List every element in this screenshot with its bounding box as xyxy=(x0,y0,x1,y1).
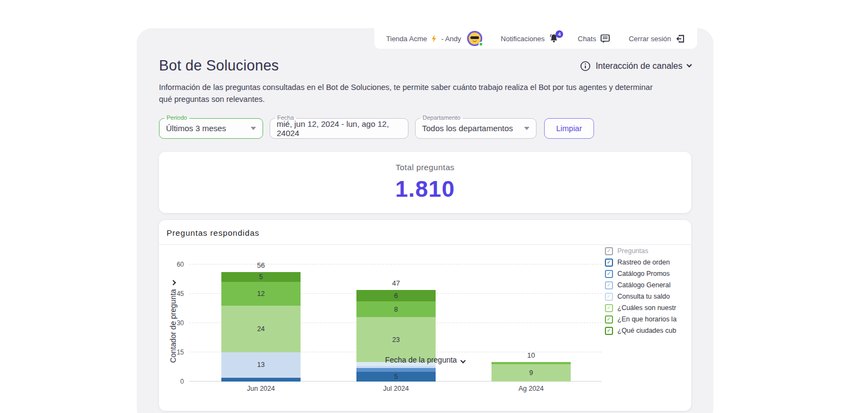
date-label: Fecha xyxy=(275,114,296,121)
chats-button[interactable]: Chats xyxy=(578,34,610,44)
total-questions-card: Total preguntas 1.810 xyxy=(159,152,691,213)
questions-chart-card: Preguntas respondidas Contador de pregun… xyxy=(159,220,691,411)
chevron-icon xyxy=(171,280,176,286)
y-tick-label: 60 xyxy=(161,261,184,268)
page-description: Información de las preguntas consultadas… xyxy=(159,81,691,106)
online-status-dot xyxy=(478,42,483,47)
y-tick-label: 0 xyxy=(161,378,184,385)
department-value: Todos los departamentos xyxy=(422,124,513,133)
date-range-input[interactable]: Fecha mié, jun 12, 2024 - lun, ago 12, 2… xyxy=(270,118,409,139)
bar-segment[interactable]: 9 xyxy=(492,364,571,382)
bar-segment[interactable] xyxy=(221,378,301,382)
x-axis-label[interactable]: Fecha de la pregunta xyxy=(159,356,691,364)
bar-segment[interactable] xyxy=(356,366,436,368)
logout-label: Cerrar sesión xyxy=(629,35,671,43)
divider xyxy=(159,244,691,245)
x-tick-label: Ag 2024 xyxy=(492,385,571,392)
x-tick-label: Jul 2024 xyxy=(356,385,436,392)
page-title: Bot de Soluciones xyxy=(159,57,279,74)
chevron-down-icon xyxy=(461,358,466,363)
y-tick-label: 30 xyxy=(161,319,184,327)
legend-checkbox[interactable]: ✓ xyxy=(605,304,613,312)
notifications-badge: 4 xyxy=(556,30,563,38)
legend-item--cu-les-son-nuestr[interactable]: ✓¿Cuáles son nuestr xyxy=(605,304,676,312)
legend-item--en-que-horarios-la[interactable]: ✓¿En que horarios la xyxy=(605,315,676,324)
bar-segment[interactable]: 6 xyxy=(356,290,436,302)
info-icon xyxy=(580,61,591,72)
lightning-icon xyxy=(431,35,437,43)
legend-checkbox[interactable]: ✓ xyxy=(605,293,613,301)
bar-segment[interactable]: 24 xyxy=(221,306,301,352)
logout-icon xyxy=(675,34,685,44)
legend-label: Rastreo de orden xyxy=(617,259,670,266)
avatar[interactable] xyxy=(467,31,482,46)
account-menu[interactable]: Tienda Acme - Andy xyxy=(386,31,482,46)
notifications-label: Notificaciones xyxy=(501,35,545,43)
chart-title: Preguntas respondidas xyxy=(159,220,691,237)
legend-label: Consulta tu saldo xyxy=(617,293,670,300)
account-user: - Andy xyxy=(441,35,461,43)
legend-item-cat-logo-promos[interactable]: ✓Catálogo Promos xyxy=(605,270,676,278)
legend-item-preguntas[interactable]: ✓Preguntas xyxy=(605,247,676,255)
department-label: Departamento xyxy=(420,114,463,121)
topbar: Tienda Acme - Andy Notificaciones xyxy=(374,28,697,49)
date-value: mié, jun 12, 2024 - lun, ago 12, 24024 xyxy=(277,119,401,138)
legend-checkbox[interactable]: ✓ xyxy=(605,270,613,278)
notifications-button[interactable]: Notificaciones 4 xyxy=(501,33,559,44)
clear-filters-button[interactable]: Limpiar xyxy=(544,118,594,139)
total-questions-label: Total preguntas xyxy=(395,163,455,172)
legend-item-consulta-tu-saldo[interactable]: ✓Consulta tu saldo xyxy=(605,293,676,301)
legend-checkbox[interactable]: ✓ xyxy=(605,247,613,255)
legend-label: ¿En que horarios la xyxy=(617,315,676,323)
period-label: Periodo xyxy=(164,114,189,121)
department-select[interactable]: Departamento Todos los departamentos xyxy=(415,118,537,139)
sunglasses-icon xyxy=(470,36,479,39)
bar-total-label: 56 xyxy=(221,261,301,269)
legend-label: Catálogo Promos xyxy=(617,270,670,278)
chart-legend: ✓Preguntas✓Rastreo de orden✓Catálogo Pro… xyxy=(605,247,676,335)
chats-label: Chats xyxy=(578,35,596,43)
dropdown-caret-icon xyxy=(251,127,256,130)
bar-segment[interactable] xyxy=(356,368,436,372)
period-value: Últimos 3 meses xyxy=(166,124,226,133)
legend-checkbox[interactable]: ✓ xyxy=(605,315,613,324)
legend-label: ¿Qué ciudades cub xyxy=(617,327,676,334)
account-name: Tienda Acme xyxy=(386,35,427,43)
y-tick-label: 15 xyxy=(161,349,184,356)
channel-selector-label: Interacción de canales xyxy=(596,61,682,71)
filters-bar: Periodo Últimos 3 meses Fecha mié, jun 1… xyxy=(159,118,691,139)
bar-segment[interactable]: 5 xyxy=(356,372,436,382)
bar-segment[interactable]: 5 xyxy=(221,272,301,282)
dropdown-caret-icon xyxy=(524,127,529,130)
bar-segment[interactable]: 8 xyxy=(356,301,436,317)
y-tick-label: 45 xyxy=(161,290,184,298)
legend-checkbox[interactable]: ✓ xyxy=(605,327,613,335)
legend-item-cat-logo-general[interactable]: ✓Catálogo General xyxy=(605,281,676,289)
chevron-down-icon xyxy=(687,62,692,68)
legend-checkbox[interactable]: ✓ xyxy=(605,281,613,289)
x-tick-label: Jun 2024 xyxy=(221,385,301,392)
legend-item--qu-ciudades-cub[interactable]: ✓¿Qué ciudades cub xyxy=(605,327,676,335)
chat-icon xyxy=(600,34,610,44)
legend-label: Preguntas xyxy=(617,247,648,255)
legend-checkbox[interactable]: ✓ xyxy=(605,259,613,267)
legend-label: Catálogo General xyxy=(617,281,671,289)
legend-item-rastreo-de-orden[interactable]: ✓Rastreo de orden xyxy=(605,259,676,267)
logout-button[interactable]: Cerrar sesión xyxy=(629,34,685,44)
bar-total-label: 47 xyxy=(356,279,436,287)
app-container: Tienda Acme - Andy Notificaciones xyxy=(137,28,713,413)
total-questions-value: 1.810 xyxy=(395,176,455,202)
bar-segment[interactable]: 12 xyxy=(221,282,301,305)
period-select[interactable]: Periodo Últimos 3 meses xyxy=(159,118,263,139)
channel-interaction-selector[interactable]: Interacción de canales xyxy=(580,61,691,72)
legend-label: ¿Cuáles son nuestr xyxy=(617,304,676,312)
